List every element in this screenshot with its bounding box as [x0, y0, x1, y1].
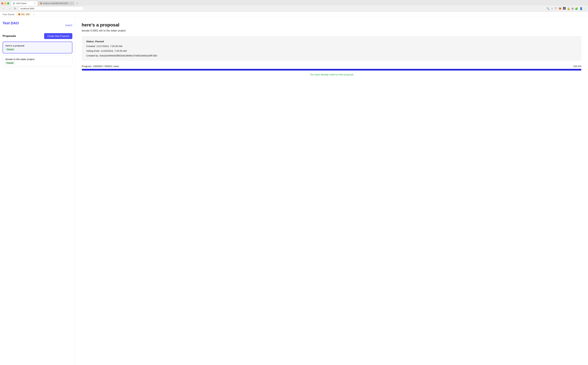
created-row: Created: 11/17/2024, 7:25:55 AM: [86, 45, 577, 48]
created-value: 11/17/2024, 7:25:55 AM: [96, 45, 122, 48]
back-button[interactable]: ←: [1, 7, 6, 10]
address-bar: ← → ↻ 🔍 ☆ 🛡 🦊 🅰 🔒 ⊞ 🧩 👤 ⋮: [0, 6, 588, 12]
created-by-value: 0xba343946463f8DD6A3B99c37eB52e683acf8F2…: [100, 54, 157, 57]
network-label: Flow Testnet: [3, 13, 14, 16]
extension-icon-4: 🔒: [567, 7, 570, 10]
progress-bar-background: [82, 69, 581, 70]
browser-icons: 🔍 ☆ 🛡 🦊 🅰 🔒 ⊞ 🧩 👤 ⋮: [546, 7, 587, 10]
created-by-label: Created by:: [86, 54, 99, 57]
tab-favicon-1: 🧞: [13, 2, 15, 5]
proposal-card-title-1: here's a proposal: [6, 44, 69, 47]
profile-icon: 👤: [580, 7, 583, 10]
extension-icon-1: 🛡: [554, 7, 557, 10]
app-bar: Flow Testnet 🦊 0xb...28D ⋮: [0, 12, 588, 17]
proposal-badge-2: Passed: [5, 62, 14, 64]
maximize-button[interactable]: [7, 2, 9, 4]
main-layout: Test DAO Switch Proposals Create New Pro…: [0, 17, 588, 365]
star-icon: ☆: [551, 7, 553, 10]
extension-icon-2: 🦊: [559, 7, 562, 10]
proposal-badge-1: Passed: [6, 48, 15, 51]
wallet-badge: 🦊 0xb...28D: [16, 13, 31, 16]
traffic-lights: [1, 2, 9, 4]
detail-panel: here's a proposal donate 0.0001 eth to t…: [75, 17, 588, 365]
status-label: Status:: [86, 40, 95, 43]
create-proposal-button[interactable]: Create New Proposal: [44, 33, 72, 39]
proposal-card-1[interactable]: here's a proposal Passed: [3, 42, 72, 53]
tab-address[interactable]: 🦊 Address 0x850B5A5661DB7… ✕: [38, 1, 74, 6]
proposal-card-2[interactable]: donate to the water project Passed: [3, 55, 72, 67]
appbar-menu-icon[interactable]: ⋮: [33, 13, 35, 16]
voting-ends-value: 11/24/2024, 7:25:55 AM: [101, 49, 127, 52]
refresh-button[interactable]: ↻: [13, 7, 17, 10]
info-box: Status: Passed Created: 11/17/2024, 7:25…: [82, 36, 581, 61]
voted-message: You have already voted on this proposal: [82, 73, 581, 76]
extension-icon-5: ⊞: [572, 7, 574, 10]
tab-favicon-2: 🦊: [40, 2, 42, 5]
progress-percent: 100.0%: [573, 65, 581, 68]
proposal-detail-description: donate 0.0001 eth to the water project: [82, 29, 581, 32]
wallet-address: 0xb...28D: [21, 13, 29, 15]
proposals-title: Proposals: [3, 35, 16, 38]
proposal-detail-title: here's a proposal: [82, 22, 581, 28]
tab-close-2[interactable]: ✕: [71, 2, 72, 5]
browser-chrome: 🧞 DAO Genie ✕ 🦊 Address 0x850B5A5661DB7……: [0, 0, 588, 12]
progress-votes: 1000000 / 500001 votes: [93, 65, 119, 68]
status-row: Status: Passed: [86, 40, 577, 43]
dao-name: Test DAO: [3, 21, 19, 25]
progress-label-row: Progress: 1000000 / 500001 votes 100.0%: [82, 65, 581, 68]
voting-ends-label: Voting Ends:: [86, 49, 100, 52]
tab-dao-genie[interactable]: 🧞 DAO Genie ✕: [11, 1, 37, 6]
tab-bar: 🧞 DAO Genie ✕ 🦊 Address 0x850B5A5661DB7……: [0, 0, 588, 6]
progress-bar-fill: [82, 69, 581, 70]
zoom-icon: 🔍: [546, 7, 550, 10]
proposals-header: Proposals Create New Proposal: [3, 33, 72, 39]
voting-ends-row: Voting Ends: 11/24/2024, 7:25:55 AM: [86, 49, 577, 52]
forward-button[interactable]: →: [7, 7, 12, 10]
sidebar: Test DAO Switch Proposals Create New Pro…: [0, 17, 75, 365]
tab-close-1[interactable]: ✕: [34, 2, 35, 5]
menu-icon: ⋮: [584, 7, 587, 10]
progress-label-text: Progress:: [82, 65, 92, 68]
minimize-button[interactable]: [4, 2, 6, 4]
extension-icon-3: 🅰: [563, 7, 566, 10]
address-input[interactable]: [18, 7, 84, 11]
tab-title-2: Address 0x850B5A5661DB7…: [43, 2, 70, 5]
tab-title-1: DAO Genie: [16, 2, 26, 5]
extension-icon-6: 🧩: [575, 7, 578, 10]
switch-button[interactable]: Switch: [65, 24, 72, 27]
status-value: Passed: [95, 40, 104, 43]
wallet-fox-icon: 🦊: [18, 13, 21, 16]
proposal-card-title-2: donate to the water project: [5, 58, 70, 61]
new-tab-button[interactable]: +: [75, 1, 79, 6]
close-button[interactable]: [1, 2, 3, 4]
progress-text: Progress: 1000000 / 500001 votes: [82, 65, 119, 68]
created-label: Created:: [86, 45, 96, 48]
created-by-row: Created by: 0xba343946463f8DD6A3B99c37eB…: [86, 54, 577, 57]
